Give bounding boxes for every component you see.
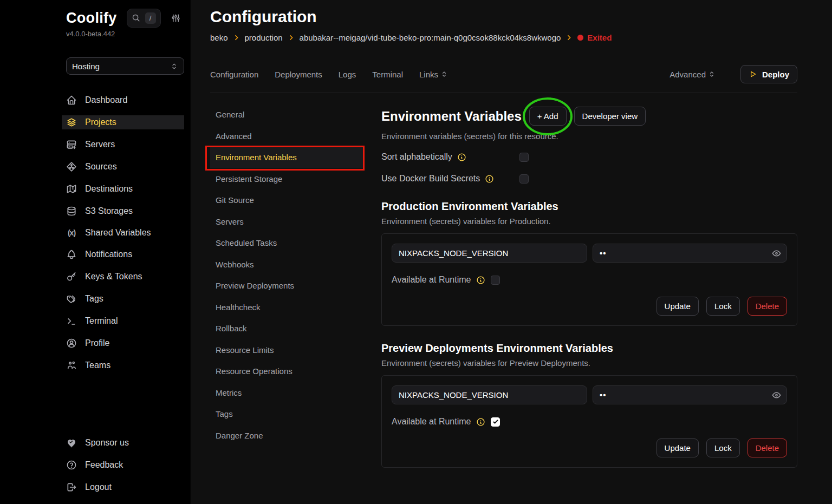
sidebar-item-label: Logout [85, 482, 112, 492]
tab-links[interactable]: Links [419, 70, 448, 79]
subnav-item-persistent-storage[interactable]: Persistent Storage [210, 168, 365, 190]
chevron-up-down-icon [708, 70, 716, 78]
docker-build-secrets-checkbox[interactable] [519, 174, 529, 184]
chevron-right-icon [288, 34, 295, 41]
variable-name-input[interactable] [392, 244, 587, 263]
server-icon [66, 139, 77, 150]
sidebar-item-label: Keys & Tokens [85, 272, 142, 282]
sidebar-item-teams[interactable]: Teams [62, 358, 184, 372]
tabbar: Configuration Deployments Logs Terminal … [210, 65, 797, 93]
config-subnav: General Advanced Environment Variables P… [210, 104, 365, 468]
sidebar-item-keys-tokens[interactable]: Keys & Tokens [62, 270, 184, 284]
eye-icon[interactable] [771, 248, 782, 258]
lock-button[interactable]: Lock [706, 438, 740, 457]
users-icon [66, 360, 77, 371]
status-label: Exited [587, 33, 612, 42]
subnav-item-metrics[interactable]: Metrics [210, 382, 365, 404]
info-icon [485, 174, 494, 184]
sidebar-item-profile[interactable]: Profile [62, 336, 184, 350]
main-area: Configuration beko production abubakar--… [191, 0, 832, 504]
advanced-dropdown[interactable]: Advanced [670, 70, 716, 79]
home-icon [66, 95, 77, 106]
breadcrumb-resource[interactable]: abubakar--meigag/vid-tube-beko-pro:main-… [300, 33, 561, 42]
subnav-item-danger-zone[interactable]: Danger Zone [210, 425, 365, 447]
available-at-runtime-checkbox[interactable] [491, 417, 500, 427]
production-env-section: Production Environment Variables Environ… [381, 200, 797, 326]
subnav-item-git-source[interactable]: Git Source [210, 189, 365, 211]
delete-button[interactable]: Delete [748, 438, 787, 457]
subnav-item-scheduled-tasks[interactable]: Scheduled Tasks [210, 232, 365, 254]
variable-name-input[interactable] [392, 385, 587, 404]
sidebar-item-terminal[interactable]: Terminal [62, 314, 184, 328]
update-button[interactable]: Update [656, 438, 699, 457]
tab-terminal[interactable]: Terminal [372, 70, 403, 79]
variable-value-input[interactable] [593, 385, 787, 404]
search-shortcut-key: / [145, 12, 156, 24]
subnav-item-resource-limits[interactable]: Resource Limits [210, 339, 365, 361]
sidebar-item-notifications[interactable]: Notifications [62, 247, 184, 261]
subnav-item-servers[interactable]: Servers [210, 211, 365, 233]
page-title: Configuration [210, 8, 797, 26]
variable-value-input[interactable] [593, 244, 787, 263]
brand-row: Coolify / [66, 9, 184, 28]
sidebar-item-label: Notifications [85, 250, 132, 259]
info-icon [457, 153, 466, 162]
tab-configuration[interactable]: Configuration [210, 70, 258, 79]
sort-alphabetically-checkbox[interactable] [519, 153, 529, 162]
breadcrumb-project[interactable]: beko [210, 33, 228, 42]
sidebar-item-shared-variables[interactable]: (x) Shared Variables [62, 226, 184, 239]
subnav-item-advanced[interactable]: Advanced [210, 126, 365, 147]
sidebar-item-label: Shared Variables [85, 228, 151, 238]
sidebar-item-destinations[interactable]: Destinations [62, 182, 184, 196]
subnav-item-general[interactable]: General [210, 104, 365, 126]
lock-button[interactable]: Lock [706, 297, 740, 316]
subnav-item-healthcheck[interactable]: Healthcheck [210, 297, 365, 318]
deploy-button[interactable]: Deploy [740, 65, 797, 83]
subnav-item-environment-variables[interactable]: Environment Variables [210, 147, 365, 168]
delete-button[interactable]: Delete [748, 297, 787, 316]
settings-sliders-icon[interactable] [171, 13, 181, 23]
sidebar-item-label: Dashboard [85, 95, 127, 105]
sidebar-item-label: Teams [85, 361, 110, 370]
tab-logs[interactable]: Logs [339, 70, 356, 79]
sidebar-item-feedback[interactable]: Feedback [62, 458, 184, 472]
global-search-button[interactable]: / [127, 9, 161, 28]
app-window: Coolify / v4.0.0-beta.442 Hosting Dashbo… [0, 0, 832, 504]
chevron-right-icon [233, 34, 240, 41]
subnav-item-webhooks[interactable]: Webhooks [210, 254, 365, 276]
info-icon [476, 276, 485, 285]
team-select[interactable]: Hosting [66, 57, 184, 75]
section-description: Environment (secrets) variables for Prod… [381, 217, 797, 226]
bell-icon [66, 249, 77, 260]
eye-icon[interactable] [771, 390, 782, 400]
subnav-item-rollback[interactable]: Rollback [210, 318, 365, 339]
sidebar-item-servers[interactable]: Servers [62, 138, 184, 152]
docker-build-secrets-row: Use Docker Build Secrets [381, 173, 797, 184]
sidebar-item-label: Destinations [85, 184, 133, 194]
sidebar-item-logout[interactable]: Logout [62, 480, 184, 494]
available-at-runtime-label: Available at Runtime [392, 275, 471, 285]
panel-description: Environment variables (secrets) for this… [381, 132, 797, 141]
sidebar-item-dashboard[interactable]: Dashboard [62, 93, 184, 107]
update-button[interactable]: Update [656, 297, 699, 316]
available-at-runtime-checkbox[interactable] [491, 276, 500, 285]
sidebar-item-s3-storages[interactable]: S3 Storages [62, 204, 184, 218]
panel-title-row: Environment Variables + Add Developer vi… [381, 107, 797, 126]
subnav-item-resource-operations[interactable]: Resource Operations [210, 361, 365, 382]
add-variable-button[interactable]: + Add [529, 107, 567, 126]
env-vars-panel: Environment Variables + Add Developer vi… [381, 104, 797, 468]
sidebar-item-sources[interactable]: Sources [62, 160, 184, 174]
breadcrumb-environment[interactable]: production [245, 33, 283, 42]
sidebar: Coolify / v4.0.0-beta.442 Hosting Dashbo… [0, 0, 191, 504]
tab-deployments[interactable]: Deployments [275, 70, 322, 79]
developer-view-button[interactable]: Developer view [574, 107, 646, 126]
env-variable-card: Available at Runtime Update Lock Delete [381, 375, 797, 468]
subnav-item-preview-deployments[interactable]: Preview Deployments [210, 275, 365, 297]
sort-alphabetically-label: Sort alphabetically [381, 152, 452, 162]
env-variable-card: Available at Runtime Update Lock Delete [381, 233, 797, 326]
subnav-item-tags[interactable]: Tags [210, 403, 365, 425]
sidebar-item-sponsor[interactable]: Sponsor us [62, 436, 184, 450]
sidebar-item-projects[interactable]: Projects [62, 115, 184, 129]
play-icon [749, 70, 757, 78]
sidebar-item-tags[interactable]: Tags [62, 292, 184, 306]
